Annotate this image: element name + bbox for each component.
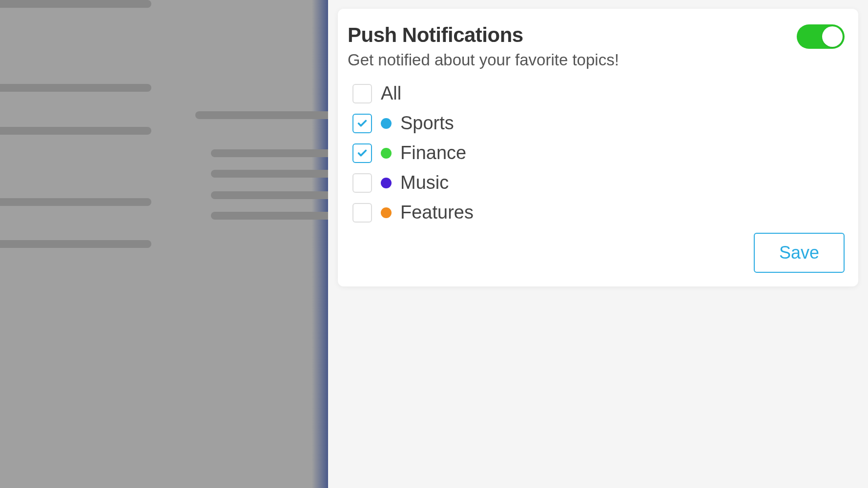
card-header: Push Notifications Get notified about yo… — [348, 23, 845, 69]
topic-label: Sports — [400, 113, 454, 134]
topics-list: AllSportsFinanceMusicFeatures — [348, 83, 845, 223]
topic-label: Features — [400, 202, 474, 223]
topic-label: All — [381, 83, 401, 104]
skeleton-line — [211, 212, 348, 220]
skeleton-line — [0, 84, 151, 92]
skeleton-line — [0, 240, 151, 248]
topic-color-dot — [381, 118, 392, 129]
skeleton-line — [0, 198, 151, 206]
modal-backdrop — [0, 0, 328, 488]
checkbox-music[interactable] — [352, 173, 372, 193]
topic-color-dot — [381, 178, 392, 188]
skeleton-line — [211, 191, 348, 199]
skeleton-line — [211, 170, 348, 178]
topic-label: Music — [400, 172, 449, 193]
skeleton-line — [211, 149, 348, 157]
topic-row-features: Features — [352, 202, 845, 223]
topic-color-dot — [381, 207, 392, 218]
checkbox-sports[interactable] — [352, 114, 372, 133]
notifications-toggle[interactable] — [797, 24, 845, 49]
push-notifications-card: Push Notifications Get notified about yo… — [338, 9, 858, 286]
topic-row-music: Music — [352, 172, 845, 193]
skeleton-line — [195, 111, 332, 119]
card-header-text: Push Notifications Get notified about yo… — [348, 23, 619, 69]
topic-row-all: All — [352, 83, 845, 104]
checkbox-finance[interactable] — [352, 143, 372, 163]
topic-row-sports: Sports — [352, 113, 845, 134]
card-title: Push Notifications — [348, 23, 619, 47]
save-button[interactable]: Save — [754, 233, 845, 273]
card-subtitle: Get notified about your favorite topics! — [348, 51, 619, 69]
skeleton-line — [0, 127, 151, 135]
checkbox-all[interactable] — [352, 84, 372, 103]
topic-label: Finance — [400, 142, 466, 163]
skeleton-line — [0, 0, 151, 8]
checkbox-features[interactable] — [352, 203, 372, 223]
check-icon — [357, 148, 368, 159]
toggle-knob — [822, 26, 843, 47]
check-icon — [357, 118, 368, 129]
topic-row-finance: Finance — [352, 142, 845, 163]
topic-color-dot — [381, 148, 392, 159]
card-footer: Save — [348, 233, 845, 273]
